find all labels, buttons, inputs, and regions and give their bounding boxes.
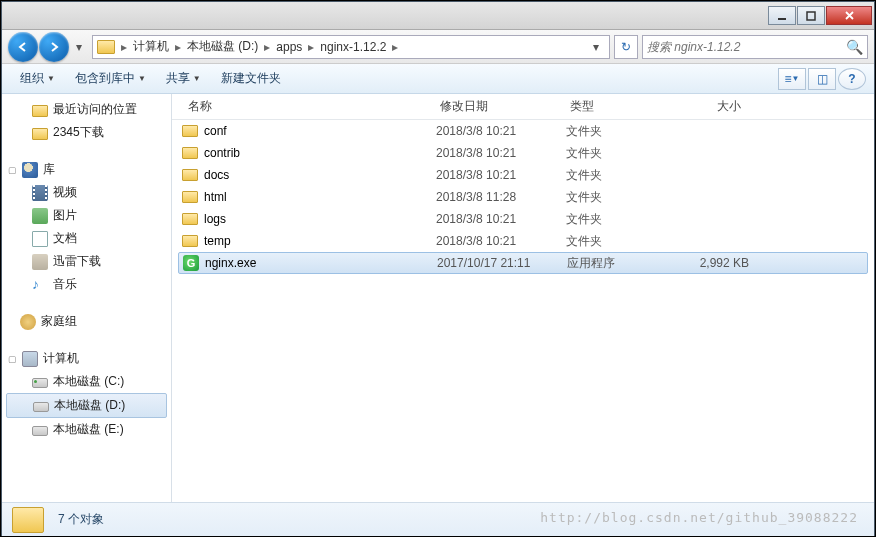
file-row[interactable]: logs2018/3/8 10:21文件夹 [172,208,874,230]
sidebar-item-xunlei[interactable]: 迅雷下载 [2,250,171,273]
document-icon [32,231,48,247]
breadcrumb-sep[interactable]: ▸ [306,38,316,56]
file-date: 2017/10/17 21:11 [437,256,567,270]
organize-label: 组织 [20,70,44,87]
svg-rect-0 [778,18,786,20]
sidebar-label: 视频 [53,184,77,201]
folder-icon [182,191,198,203]
sidebar-label: 图片 [53,207,77,224]
breadcrumb-apps[interactable]: apps [272,38,306,56]
expand-icon[interactable]: ▢ [8,354,17,363]
exe-icon: G [183,255,199,271]
file-type: 文件夹 [566,211,654,228]
help-button[interactable]: ? [838,68,866,90]
folder-icon [182,213,198,225]
file-name-cell: Gnginx.exe [183,255,437,271]
svg-rect-1 [807,12,815,20]
breadcrumb-sep[interactable]: ▸ [390,38,400,56]
chevron-down-icon: ▼ [193,74,201,83]
address-bar[interactable]: ▸ 计算机 ▸ 本地磁盘 (D:) ▸ apps ▸ nginx-1.12.2 … [92,35,610,59]
breadcrumb-computer[interactable]: 计算机 [129,36,173,57]
new-folder-button[interactable]: 新建文件夹 [211,66,291,91]
sidebar-item-drive-d[interactable]: 本地磁盘 (D:) [6,393,167,418]
sidebar-item-pictures[interactable]: 图片 [2,204,171,227]
minimize-button[interactable] [768,6,796,25]
file-row[interactable]: html2018/3/8 11:28文件夹 [172,186,874,208]
sidebar-item-drive-e[interactable]: 本地磁盘 (E:) [2,418,171,441]
file-type: 文件夹 [566,167,654,184]
breadcrumb-sep[interactable]: ▸ [173,38,183,56]
sidebar-label: 库 [43,161,55,178]
refresh-button[interactable]: ↻ [614,35,638,59]
breadcrumb-sep[interactable]: ▸ [262,38,272,56]
folder-icon [182,125,198,137]
titlebar[interactable] [2,2,874,30]
file-row[interactable]: docs2018/3/8 10:21文件夹 [172,164,874,186]
breadcrumb-sep[interactable]: ▸ [119,38,129,56]
toolbar: 组织▼ 包含到库中▼ 共享▼ 新建文件夹 ≡ ▼ ◫ ? [2,64,874,94]
history-dropdown-icon[interactable]: ▾ [70,40,88,54]
column-size[interactable]: 大小 [650,94,750,119]
share-button[interactable]: 共享▼ [156,66,211,91]
newfolder-label: 新建文件夹 [221,70,281,87]
expand-icon[interactable]: ▢ [8,165,17,174]
sidebar-label: 2345下载 [53,124,104,141]
file-type: 应用程序 [567,255,655,272]
sidebar-item-drive-c[interactable]: 本地磁盘 (C:) [2,370,171,393]
search-icon[interactable]: 🔍 [846,39,863,55]
body: 最近访问的位置 2345下载 ▢库 视频 图片 文档 迅雷下载 ♪音乐 家庭组 … [2,94,874,502]
address-dropdown-icon[interactable]: ▾ [587,40,605,54]
homegroup-icon [20,314,36,330]
file-row[interactable]: temp2018/3/8 10:21文件夹 [172,230,874,252]
file-type: 文件夹 [566,189,654,206]
breadcrumb-drive-d[interactable]: 本地磁盘 (D:) [183,36,262,57]
sidebar-label: 文档 [53,230,77,247]
navigation-pane[interactable]: 最近访问的位置 2345下载 ▢库 视频 图片 文档 迅雷下载 ♪音乐 家庭组 … [2,94,172,502]
sidebar-item-homegroup[interactable]: 家庭组 [2,310,171,333]
forward-button[interactable] [39,32,69,62]
sidebar-label: 本地磁盘 (E:) [53,421,124,438]
sidebar-item-recent[interactable]: 最近访问的位置 [2,98,171,121]
view-options-button[interactable]: ≡ ▼ [778,68,806,90]
folder-icon [182,169,198,181]
folder-icon [182,235,198,247]
sidebar-item-music[interactable]: ♪音乐 [2,273,171,296]
sidebar-item-documents[interactable]: 文档 [2,227,171,250]
file-name-cell: logs [182,212,436,226]
file-type: 文件夹 [566,145,654,162]
file-list[interactable]: conf2018/3/8 10:21文件夹contrib2018/3/8 10:… [172,120,874,502]
column-name[interactable]: 名称 [172,94,432,119]
file-row[interactable]: contrib2018/3/8 10:21文件夹 [172,142,874,164]
search-box[interactable]: 🔍 [642,35,868,59]
file-date: 2018/3/8 10:21 [436,146,566,160]
file-name-cell: contrib [182,146,436,160]
file-row[interactable]: Gnginx.exe2017/10/17 21:11应用程序2,992 KB [178,252,868,274]
back-button[interactable] [8,32,38,62]
sidebar-item-videos[interactable]: 视频 [2,181,171,204]
file-size: 2,992 KB [655,256,749,270]
file-row[interactable]: conf2018/3/8 10:21文件夹 [172,120,874,142]
sidebar-item-libraries[interactable]: ▢库 [2,158,171,181]
file-name-cell: docs [182,168,436,182]
file-type: 文件夹 [566,123,654,140]
chevron-down-icon: ▼ [47,74,55,83]
preview-pane-button[interactable]: ◫ [808,68,836,90]
include-in-library-button[interactable]: 包含到库中▼ [65,66,156,91]
organize-button[interactable]: 组织▼ [10,66,65,91]
file-name-cell: html [182,190,436,204]
close-button[interactable] [826,6,872,25]
column-type[interactable]: 类型 [562,94,650,119]
file-pane: 名称 修改日期 类型 大小 conf2018/3/8 10:21文件夹contr… [172,94,874,502]
download-icon [32,254,48,270]
recent-icon [32,105,48,117]
breadcrumb-nginx[interactable]: nginx-1.12.2 [316,38,390,56]
sidebar-item-2345[interactable]: 2345下载 [2,121,171,144]
sidebar-item-computer[interactable]: ▢计算机 [2,347,171,370]
file-name: contrib [204,146,240,160]
drive-icon [32,426,48,436]
maximize-button[interactable] [797,6,825,25]
file-date: 2018/3/8 11:28 [436,190,566,204]
column-date[interactable]: 修改日期 [432,94,562,119]
search-input[interactable] [647,40,846,54]
file-name: html [204,190,227,204]
